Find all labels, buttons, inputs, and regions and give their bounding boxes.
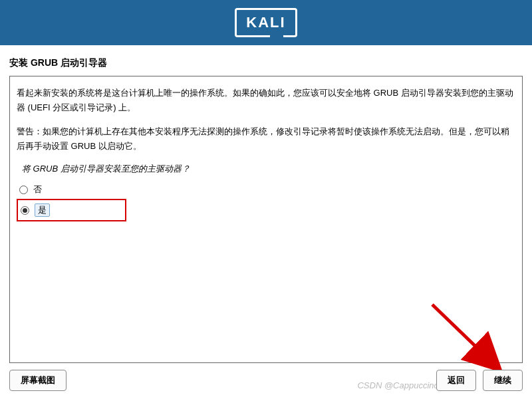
page-title: 安装 GRUB 启动引导器 bbox=[0, 45, 532, 76]
continue-button[interactable]: 继续 bbox=[483, 370, 523, 391]
option-no[interactable]: 否 bbox=[17, 180, 515, 199]
install-question: 将 GRUB 启动引导器安装至您的主驱动器？ bbox=[22, 163, 515, 175]
radio-no-icon bbox=[19, 186, 28, 194]
description-paragraph-2: 警告：如果您的计算机上存在其他本安装程序无法探测的操作系统，修改引导记录将暂时使… bbox=[17, 124, 515, 154]
option-yes-highlighted[interactable]: 是 bbox=[17, 199, 126, 221]
radio-yes-label: 是 bbox=[35, 203, 50, 217]
kali-logo: KALI bbox=[235, 8, 297, 37]
radio-no-label: 否 bbox=[33, 184, 42, 196]
description-paragraph-1: 看起来新安装的系统将是这台计算机上唯一的操作系统。如果的确如此，您应该可以安全地… bbox=[17, 86, 515, 115]
back-button[interactable]: 返回 bbox=[436, 370, 476, 391]
footer-bar: 屏幕截图 返回 继续 bbox=[9, 370, 523, 391]
radio-yes-icon bbox=[21, 206, 29, 215]
screenshot-button[interactable]: 屏幕截图 bbox=[9, 370, 66, 391]
header-banner: KALI bbox=[0, 0, 532, 45]
main-panel: 看起来新安装的系统将是这台计算机上唯一的操作系统。如果的确如此，您应该可以安全地… bbox=[9, 76, 523, 363]
